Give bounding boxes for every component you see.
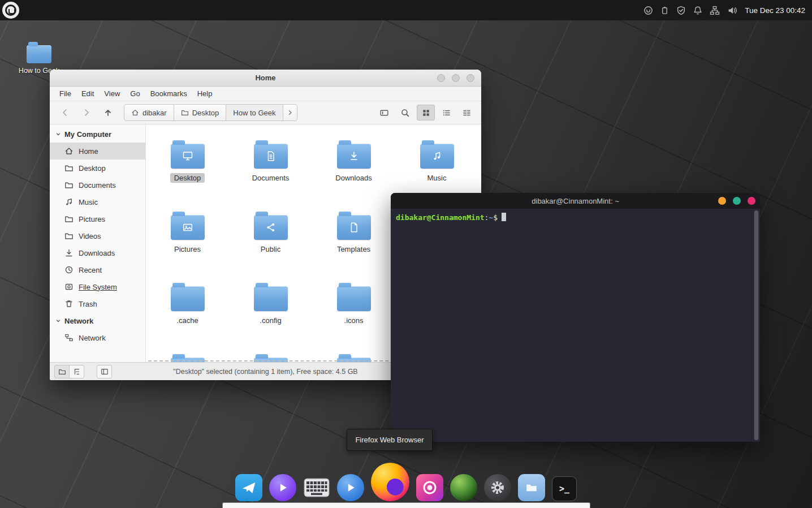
folder-icon xyxy=(420,144,454,169)
close-button[interactable] xyxy=(748,197,755,205)
dock-virtual-keyboard-icon[interactable] xyxy=(303,474,330,501)
fm-titlebar[interactable]: Home xyxy=(50,70,481,87)
battery-icon[interactable] xyxy=(660,6,669,15)
terminal-body[interactable]: dibakar@CinnamonMint:~$ xyxy=(391,209,760,442)
minimize-button[interactable] xyxy=(718,197,726,205)
terminal-titlebar[interactable]: dibakar@CinnamonMint: ~ xyxy=(391,193,760,209)
dock-media-player-blue-icon[interactable] xyxy=(337,474,364,501)
menu-button[interactable] xyxy=(2,2,19,19)
sidebar-item-music[interactable]: Music xyxy=(50,193,145,210)
breadcrumb-overflow-button[interactable] xyxy=(283,104,297,121)
folder-icon xyxy=(64,163,74,173)
folder-partial[interactable] xyxy=(312,346,395,362)
folder-pictures[interactable]: Pictures xyxy=(146,204,229,275)
folder-partial[interactable] xyxy=(229,346,312,362)
folder-desktop[interactable]: Desktop xyxy=(146,132,229,204)
sidebar-item-recent[interactable]: Recent xyxy=(50,261,145,278)
dock-settings-icon[interactable] xyxy=(484,474,511,501)
image-emblem-icon xyxy=(171,215,205,240)
network-tree-icon[interactable] xyxy=(710,6,720,15)
lens-icon xyxy=(421,479,438,496)
panel-clock[interactable]: Tue Dec 23 00:42 xyxy=(745,6,805,15)
music-emblem-icon xyxy=(420,144,454,169)
notifications-bell-icon[interactable] xyxy=(693,6,702,15)
search-button[interactable] xyxy=(396,105,414,120)
menu-help[interactable]: Help xyxy=(192,87,218,101)
sidebar-section-my-computer[interactable]: My Computer xyxy=(50,126,145,143)
dock-firefox-icon[interactable] xyxy=(371,463,409,501)
user-status-icon[interactable] xyxy=(643,6,653,15)
sidebar-item-videos[interactable]: Videos xyxy=(50,227,145,244)
folder-cache[interactable]: .cache xyxy=(146,275,229,346)
music-note-icon xyxy=(64,197,74,206)
sidebar-section-network[interactable]: Network xyxy=(50,312,145,329)
sidebar-item-trash[interactable]: Trash xyxy=(50,295,145,312)
menu-file[interactable]: File xyxy=(54,87,76,101)
toggle-sidepane-button[interactable] xyxy=(97,365,112,378)
dock-media-player-purple-icon[interactable] xyxy=(269,474,296,501)
sidebar-item-desktop[interactable]: Desktop xyxy=(50,160,145,176)
folder-documents[interactable]: Documents xyxy=(229,132,312,204)
folder-templates[interactable]: Templates xyxy=(312,204,395,275)
up-button[interactable] xyxy=(98,105,117,120)
volume-speaker-icon[interactable] xyxy=(727,6,737,15)
sidebar-item-pictures[interactable]: Pictures xyxy=(50,210,145,227)
icon-view-button[interactable] xyxy=(417,105,435,120)
compact-view-button[interactable] xyxy=(457,105,476,120)
fm-toolbar-right xyxy=(375,105,476,120)
trash-icon xyxy=(64,299,74,308)
menu-bookmarks[interactable]: Bookmarks xyxy=(145,87,192,101)
dock-files-icon[interactable] xyxy=(518,474,545,501)
system-tray: Tue Dec 23 00:42 xyxy=(643,6,812,15)
dock-screenshot-tool-icon[interactable] xyxy=(416,474,443,501)
maximize-button[interactable] xyxy=(733,197,741,205)
terminal-scrollbar[interactable] xyxy=(754,210,759,440)
toggle-places-button[interactable] xyxy=(54,365,70,378)
folder-icon xyxy=(27,45,51,63)
fm-toolbar: dibakar Desktop How to Geek xyxy=(50,101,481,124)
fm-sidebar: My Computer Home Desktop Documents Music… xyxy=(50,124,146,362)
sidebar-item-documents[interactable]: Documents xyxy=(50,176,145,193)
folder-icons-dir[interactable]: .icons xyxy=(312,275,395,346)
side-pane-icon xyxy=(101,368,109,376)
home-icon xyxy=(64,147,74,156)
scrollbar-thumb[interactable] xyxy=(754,210,758,440)
dock-green-orb-icon[interactable] xyxy=(450,474,477,501)
folder-public[interactable]: Public xyxy=(229,204,312,275)
breadcrumb-home[interactable]: dibakar xyxy=(124,104,174,121)
dock-messenger-icon[interactable] xyxy=(235,474,262,501)
chevron-right-icon xyxy=(287,109,293,116)
folder-icon xyxy=(171,215,205,240)
back-button[interactable] xyxy=(55,105,74,120)
menu-go[interactable]: Go xyxy=(125,87,145,101)
close-button[interactable] xyxy=(467,74,474,82)
sidebar-item-file-system[interactable]: File System xyxy=(50,278,145,295)
folder-partial[interactable] xyxy=(146,346,229,362)
folder-icon xyxy=(254,215,288,240)
terminal-cursor xyxy=(502,213,506,221)
terminal-title: dibakar@CinnamonMint: ~ xyxy=(532,197,619,205)
sidebar-item-downloads[interactable]: Downloads xyxy=(50,244,145,261)
download-icon xyxy=(64,248,74,257)
maximize-button[interactable] xyxy=(452,74,460,82)
toggle-treeview-button[interactable] xyxy=(69,365,84,378)
sidebar-item-home[interactable]: Home xyxy=(50,143,145,160)
forward-button[interactable] xyxy=(77,105,96,120)
list-view-button[interactable] xyxy=(437,105,455,120)
dock-terminal-icon[interactable]: >_ xyxy=(552,476,577,501)
download-emblem-icon xyxy=(337,144,371,169)
folder-icon xyxy=(171,286,205,311)
breadcrumb-how-to-geek[interactable]: How to Geek xyxy=(226,104,283,121)
menu-view[interactable]: View xyxy=(99,87,125,101)
folder-downloads[interactable]: Downloads xyxy=(312,132,395,204)
minimize-button[interactable] xyxy=(437,74,445,82)
folder-icon xyxy=(337,215,371,240)
sidebar-item-network[interactable]: Network xyxy=(50,329,145,346)
folder-config[interactable]: .config xyxy=(229,275,312,346)
breadcrumb-desktop[interactable]: Desktop xyxy=(174,104,227,121)
firewall-shield-icon[interactable] xyxy=(676,6,686,15)
menu-edit[interactable]: Edit xyxy=(76,87,99,101)
sidebar-section-label: My Computer xyxy=(64,130,111,139)
toggle-location-entry-button[interactable] xyxy=(375,105,394,120)
breadcrumb-label: How to Geek xyxy=(233,109,275,117)
